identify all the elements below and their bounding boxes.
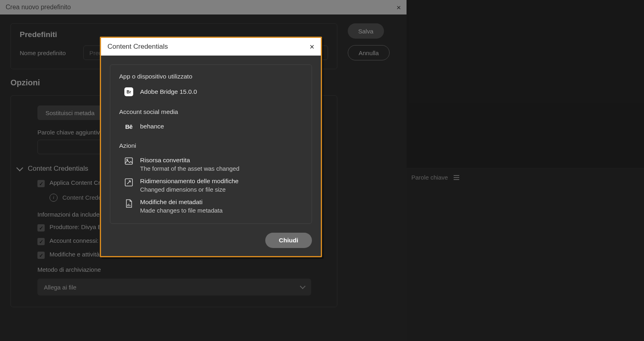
modal-overlay xyxy=(0,0,644,341)
credentials-panel: App o dispositivo utilizzato Br Adobe Br… xyxy=(110,64,312,224)
app-item: Br Adobe Bridge 15.0.0 xyxy=(124,87,303,96)
action-title: Risorsa convertita xyxy=(140,157,239,164)
action-desc: Made changes to file metadata xyxy=(140,207,223,214)
app-section-title: App o dispositivo utilizzato xyxy=(119,73,303,80)
action-desc: Changed dimensions or file size xyxy=(140,186,239,193)
action-item: Ridimensionamento delle modifiche Change… xyxy=(124,178,303,193)
action-title: Ridimensionamento delle modifiche xyxy=(140,178,239,185)
modal-title: Content Credentials xyxy=(107,43,168,51)
action-title: Modifiche dei metadati xyxy=(140,198,223,206)
social-section-title: Account social media xyxy=(119,108,303,116)
action-desc: The format of the asset was changed xyxy=(140,165,239,172)
image-icon xyxy=(124,157,134,165)
modal-titlebar: Content Credentials × xyxy=(101,38,321,56)
content-credentials-modal: Content Credentials × App o dispositivo … xyxy=(100,37,322,257)
app-name: Adobe Bridge 15.0.0 xyxy=(140,88,197,95)
file-metadata-icon xyxy=(124,198,134,208)
close-icon[interactable]: × xyxy=(310,42,314,52)
resize-icon xyxy=(124,178,134,186)
social-account-name: behance xyxy=(140,123,164,130)
close-button[interactable]: Chiudi xyxy=(265,233,312,248)
social-item: Bē behance xyxy=(124,123,303,130)
bridge-app-icon: Br xyxy=(124,87,133,96)
action-item: Modifiche dei metadati Made changes to f… xyxy=(124,198,303,214)
action-item: Risorsa convertita The format of the ass… xyxy=(124,157,303,172)
behance-icon: Bē xyxy=(125,123,132,130)
actions-section-title: Azioni xyxy=(119,142,303,149)
svg-rect-0 xyxy=(125,158,132,164)
